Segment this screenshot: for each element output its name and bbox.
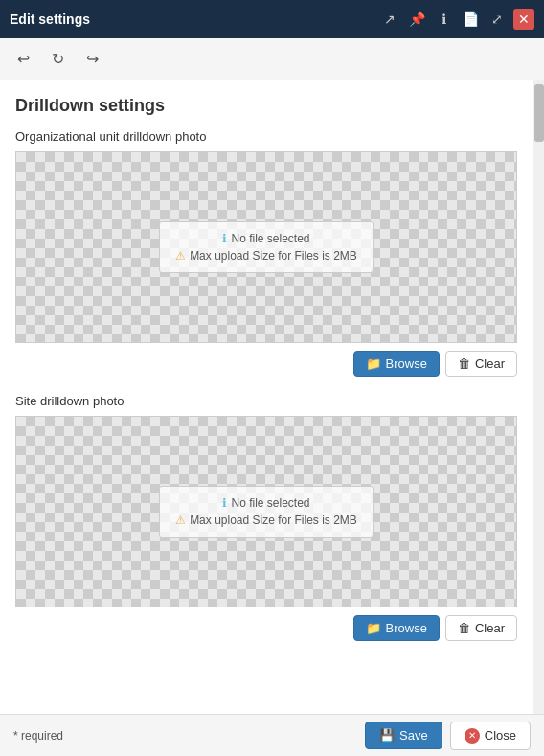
page-title: Drilldown settings	[15, 96, 517, 116]
content-wrapper: Drilldown settings Organizational unit d…	[0, 80, 544, 714]
forward-button[interactable]: ↪	[79, 46, 105, 73]
scrollbar-thumb[interactable]	[534, 84, 544, 142]
back-button[interactable]: ↩	[10, 46, 36, 73]
warning-icon-2: ⚠	[175, 514, 186, 527]
footer-buttons: 💾 Save ✕ Close	[365, 722, 531, 750]
no-file-text-1: No file selected	[231, 232, 309, 245]
browse-icon-2: 📁	[366, 621, 381, 635]
btn-row-1: 📁 Browse 🗑 Clear	[15, 351, 517, 377]
main-content: Drilldown settings Organizational unit d…	[0, 80, 533, 714]
clear-button-2[interactable]: 🗑 Clear	[445, 615, 517, 641]
window-title: Edit settings	[10, 11, 90, 27]
info-circle-icon-1: ℹ	[222, 232, 227, 245]
window-close-button[interactable]: ✕	[513, 9, 534, 30]
no-file-line-1: ℹ No file selected	[175, 232, 357, 245]
save-icon: 💾	[379, 728, 395, 743]
upload-info-1: ℹ No file selected ⚠ Max upload Size for…	[159, 221, 374, 273]
close-circle-icon: ✕	[465, 728, 480, 744]
max-size-text-2: Max upload Size for Files is 2MB	[190, 514, 357, 527]
title-bar: Edit settings ↗ 📌 ℹ 📄 ⤢ ✕	[0, 0, 544, 38]
max-size-line-2: ⚠ Max upload Size for Files is 2MB	[175, 514, 357, 527]
title-bar-icons: ↗ 📌 ℹ 📄 ⤢ ✕	[379, 9, 534, 30]
no-file-line-2: ℹ No file selected	[175, 496, 357, 510]
clear-button-1[interactable]: 🗑 Clear	[445, 351, 517, 377]
clear-icon-2: 🗑	[458, 621, 470, 635]
info-icon[interactable]: ℹ	[433, 9, 454, 30]
refresh-button[interactable]: ↻	[44, 46, 71, 73]
clear-icon-1: 🗑	[458, 356, 470, 371]
warning-icon-1: ⚠	[175, 249, 186, 263]
required-label: * required	[13, 729, 63, 743]
browse-button-2[interactable]: 📁 Browse	[353, 615, 440, 641]
btn-row-2: 📁 Browse 🗑 Clear	[15, 615, 517, 641]
browse-button-1[interactable]: 📁 Browse	[353, 351, 440, 377]
section-1-label: Organizational unit drilldown photo	[15, 129, 517, 144]
upload-area-2[interactable]: ℹ No file selected ⚠ Max upload Size for…	[15, 416, 517, 607]
save-button[interactable]: 💾 Save	[365, 722, 442, 749]
upload-area-1[interactable]: ℹ No file selected ⚠ Max upload Size for…	[15, 151, 517, 343]
no-file-text-2: No file selected	[231, 496, 309, 510]
max-size-text-1: Max upload Size for Files is 2MB	[190, 249, 357, 263]
scrollbar-track[interactable]	[533, 80, 544, 714]
section-2-label: Site drilldown photo	[15, 394, 517, 408]
share-icon[interactable]: ↗	[379, 9, 400, 30]
toolbar: ↩ ↻ ↪	[0, 38, 544, 80]
close-button[interactable]: ✕ Close	[450, 722, 531, 750]
file-icon[interactable]: 📄	[460, 9, 481, 30]
footer: * required 💾 Save ✕ Close	[0, 714, 544, 756]
pin-icon[interactable]: 📌	[406, 9, 427, 30]
upload-info-2: ℹ No file selected ⚠ Max upload Size for…	[159, 486, 374, 538]
max-size-line-1: ⚠ Max upload Size for Files is 2MB	[175, 249, 357, 263]
browse-icon-1: 📁	[366, 356, 381, 371]
info-circle-icon-2: ℹ	[222, 496, 227, 510]
expand-icon[interactable]: ⤢	[487, 9, 508, 30]
